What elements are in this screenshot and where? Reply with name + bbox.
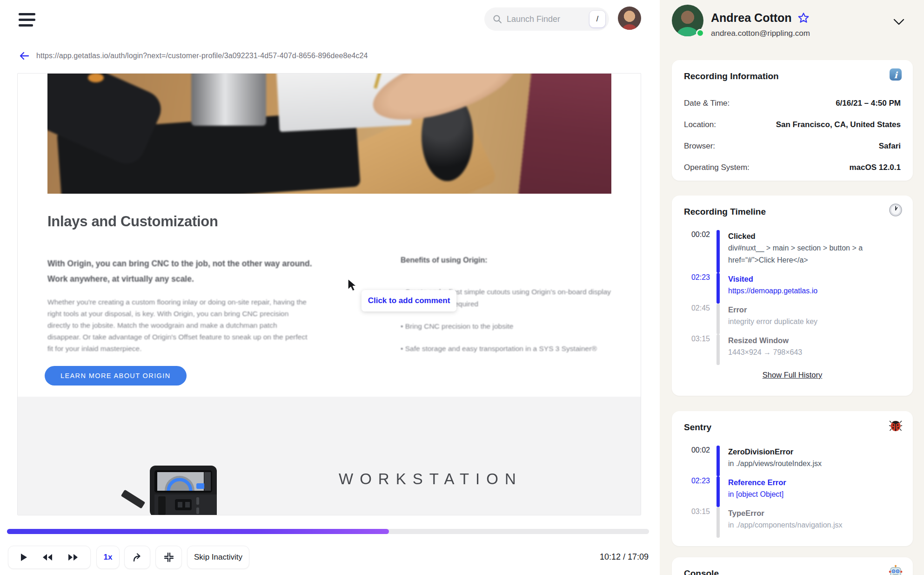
sentry-event[interactable]: 03:15 TypeError in ./app/components/navi…	[684, 507, 901, 538]
timeline-event[interactable]: 03:15 Resized Window 1443×924 → 798×643	[684, 334, 901, 365]
workstation-wordmark: WORKSTATION	[339, 470, 543, 488]
event-marker-bar	[716, 507, 720, 538]
skip-inactivity-button[interactable]: Skip Inactivity	[187, 546, 249, 569]
page-title: Inlays and Customization	[47, 213, 218, 230]
user-email: andrea.cotton@rippling.com	[711, 29, 810, 38]
playback-time-display: 10:12 / 17:09	[556, 552, 649, 562]
main-area: / https://app.getatlas.io/auth/login?nex…	[0, 0, 660, 575]
hero-photo-woodworking	[47, 74, 611, 194]
chevron-down-icon[interactable]	[892, 18, 905, 26]
timeline-event[interactable]: 02:45 Error integrity error duplicate ke…	[684, 304, 901, 334]
rewind-button[interactable]	[41, 553, 54, 561]
details-sidebar: Andrea Cotton andrea.cotton@rippling.com…	[660, 0, 924, 575]
playback-speed-button[interactable]: 1x	[96, 546, 120, 569]
robot-icon	[889, 565, 903, 575]
launch-finder-search[interactable]: /	[484, 7, 609, 31]
event-marker-bar	[716, 230, 720, 273]
event-marker-bar	[716, 273, 720, 304]
benefits-title: Benefits of using Origin:	[401, 256, 619, 264]
lead-paragraph: With Origin, you can bring CNC to the jo…	[47, 256, 327, 287]
share-button[interactable]	[124, 546, 150, 569]
mouse-cursor-icon	[347, 278, 359, 292]
play-button[interactable]	[20, 553, 28, 562]
search-icon	[493, 14, 502, 24]
info-row: Browser: Safari	[684, 135, 901, 157]
star-icon[interactable]	[797, 12, 810, 24]
card-title: Sentry	[684, 422, 901, 433]
card-title: Console	[684, 568, 901, 575]
recording-information-card: Recording Information i Date & Time: 6/1…	[672, 60, 913, 181]
collapse-view-button[interactable]	[155, 546, 182, 569]
current-user-avatar[interactable]	[618, 7, 641, 30]
recorded-page-url: https://app.getatlas.io/auth/login?next=…	[36, 52, 368, 60]
user-profile-header: Andrea Cotton andrea.cotton@rippling.com	[672, 5, 912, 42]
card-title: Recording Timeline	[684, 207, 901, 217]
ladybug-icon	[889, 419, 903, 433]
timeline-event[interactable]: 00:02 Clicked div#nuxt__ > main > sectio…	[684, 230, 901, 273]
event-marker-bar	[716, 476, 720, 507]
console-card: Console	[672, 557, 913, 575]
lower-page-band: WORKSTATION	[18, 397, 641, 515]
playback-progress-fill	[7, 529, 389, 534]
add-comment-tooltip[interactable]: Click to add comment	[362, 290, 456, 311]
fast-forward-button[interactable]	[67, 553, 79, 561]
workstation-product-image	[148, 466, 219, 515]
collapse-icon	[163, 552, 174, 563]
learn-more-button[interactable]: LEARN MORE ABOUT ORIGIN	[45, 366, 187, 386]
playback-progress-bar[interactable]	[7, 529, 649, 534]
timeline-event[interactable]: 02:23 Visited https://demoapp.getatlas.i…	[684, 273, 901, 304]
event-marker-bar	[716, 304, 720, 334]
event-marker-bar	[716, 334, 720, 365]
transport-controls	[8, 546, 91, 569]
address-bar: https://app.getatlas.io/auth/login?next=…	[19, 50, 368, 61]
show-full-history-link[interactable]: Show Full History	[763, 371, 822, 379]
info-row: Date & Time: 6/16/21 – 4:50 PM	[684, 93, 901, 114]
sentry-event[interactable]: 00:02 ZeroDivisionError in ./app/views/r…	[684, 446, 901, 476]
body-paragraph: Whether you're creating a custom floorin…	[47, 296, 311, 354]
search-input[interactable]	[507, 14, 572, 24]
clock-icon	[889, 203, 903, 217]
session-replay-app: / https://app.getatlas.io/auth/login?nex…	[0, 0, 924, 575]
recording-video-frame[interactable]: Inlays and Customization With Origin, yo…	[17, 73, 641, 515]
benefit-item: Bring CNC precision to the jobsite	[401, 320, 619, 332]
online-status-dot	[696, 29, 704, 37]
info-icon: i	[889, 68, 903, 81]
benefit-item: Safe storage and easy transportation in …	[401, 343, 619, 355]
sentry-event[interactable]: 02:23 Reference Error in [object Object]	[684, 476, 901, 507]
slash-shortcut-key: /	[589, 11, 605, 27]
share-arrow-icon	[132, 552, 143, 563]
recording-timeline-card: Recording Timeline 00:02 Clicked div#nux…	[672, 196, 913, 396]
card-title: Recording Information	[684, 71, 901, 81]
info-row: Operating System: macOS 12.0.1	[684, 157, 901, 178]
hamburger-menu-icon[interactable]	[19, 13, 37, 28]
event-marker-bar	[716, 446, 720, 476]
user-name: Andrea Cotton	[711, 11, 792, 25]
back-arrow-icon[interactable]	[19, 50, 30, 61]
sentry-card: Sentry 00:02	[672, 411, 913, 546]
info-row: Location: San Francisco, CA, United Stat…	[684, 114, 901, 135]
workpiece-fragment	[121, 489, 146, 508]
